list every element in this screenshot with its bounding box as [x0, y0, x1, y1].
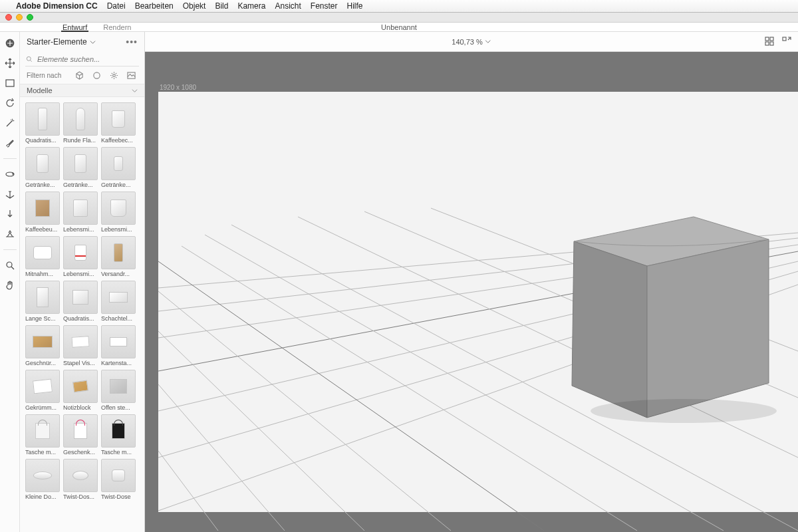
filter-images-icon[interactable] [126, 70, 136, 80]
filter-row: Filtern nach [20, 70, 144, 84]
tool-rail [0, 32, 20, 532]
svg-rect-9 [770, 37, 773, 41]
menu-ansicht[interactable]: Ansicht [275, 1, 301, 11]
close-icon[interactable] [5, 14, 12, 21]
asset-item-label: Twist-Dos... [63, 493, 98, 500]
panel-more-icon[interactable]: ••• [126, 37, 138, 47]
asset-item-label: Lebensmi... [63, 271, 98, 277]
svg-rect-8 [765, 37, 769, 41]
asset-item-label: Geschenk... [63, 449, 98, 456]
rotate-icon[interactable] [4, 97, 16, 109]
asset-item[interactable]: Lebensmi... [63, 192, 98, 233]
svg-line-27 [158, 451, 218, 531]
asset-item-label: Mitnahm... [25, 271, 60, 277]
tab-render[interactable]: Rendern [95, 23, 139, 31]
viewport[interactable]: 1920 x 1080 [145, 52, 798, 532]
brush-icon[interactable] [4, 137, 16, 149]
asset-item[interactable]: Kaffeebec... [101, 102, 136, 144]
asset-item[interactable]: Geschnür... [25, 325, 60, 366]
add-icon[interactable] [4, 37, 16, 49]
asset-item-label: Getränke... [63, 182, 98, 188]
section-label: Modelle [27, 86, 53, 94]
svg-point-34 [591, 399, 777, 423]
svg-line-25 [158, 331, 364, 531]
anchor-icon[interactable] [4, 188, 16, 200]
asset-item[interactable]: Schachtel... [101, 281, 136, 322]
view-expand-icon[interactable] [782, 37, 793, 47]
asset-grid: Quadratis...Runde Fla...Kaffeebec...Getr… [25, 102, 139, 500]
asset-item[interactable]: Notizblock [63, 370, 98, 411]
zoom-control[interactable]: 140,73 % [452, 38, 491, 46]
menu-fenster[interactable]: Fenster [311, 1, 338, 11]
wand-icon[interactable] [4, 117, 16, 129]
svg-line-24 [158, 291, 451, 531]
document-title: Unbenannt [381, 23, 417, 31]
scene-object-cube[interactable] [564, 211, 777, 424]
asset-item-label: Kaffeebec... [101, 137, 136, 144]
menu-hilfe[interactable]: Hilfe [347, 1, 363, 11]
asset-item[interactable]: Kleine Do... [25, 459, 60, 500]
menu-kamera[interactable]: Kamera [237, 1, 265, 11]
asset-item[interactable]: Tasche m... [101, 414, 136, 456]
asset-item[interactable]: Twist-Dos... [63, 459, 98, 500]
asset-item[interactable]: Versandr... [101, 236, 136, 277]
assets-panel-title[interactable]: Starter-Elemente [27, 37, 96, 47]
panel-title-label: Starter-Elemente [27, 37, 87, 47]
orbit-icon[interactable] [4, 168, 16, 180]
menu-bearbeiten[interactable]: Bearbeiten [135, 1, 174, 11]
menu-objekt[interactable]: Objekt [183, 1, 206, 11]
asset-item[interactable]: Mitnahm... [25, 236, 60, 277]
asset-item[interactable]: Offen ste... [101, 370, 136, 411]
svg-line-26 [158, 384, 285, 531]
asset-item-label: Kartensta... [101, 360, 136, 366]
window-titlebar [0, 13, 798, 23]
move-icon[interactable] [4, 57, 16, 69]
asset-item-label: Versandr... [101, 271, 136, 277]
asset-item-label: Getränke... [101, 182, 136, 188]
asset-item-label: Kleine Do... [25, 493, 60, 500]
section-models[interactable]: Modelle [20, 84, 144, 97]
asset-item[interactable]: Geschenk... [63, 414, 98, 456]
asset-item[interactable]: Kartensta... [101, 325, 136, 366]
asset-item[interactable]: Lange Sc... [25, 281, 60, 322]
asset-item[interactable]: Getränke... [63, 147, 98, 188]
asset-item[interactable]: Twist-Dose [101, 459, 136, 500]
filter-models-icon[interactable] [74, 70, 84, 80]
asset-item[interactable]: Lebensmi... [101, 192, 136, 233]
fullscreen-icon[interactable] [27, 14, 33, 21]
search-input[interactable] [37, 55, 139, 63]
assets-search[interactable] [25, 52, 139, 66]
asset-item[interactable]: Kaffeebeu... [25, 192, 60, 233]
tab-design[interactable]: Entwurf [55, 23, 95, 31]
zoom-value: 140,73 % [452, 38, 482, 46]
zoom-icon[interactable] [4, 259, 16, 271]
menu-datei[interactable]: Datei [107, 1, 126, 11]
asset-item[interactable]: Lebensmi... [63, 236, 98, 277]
asset-item[interactable]: Quadratis... [63, 281, 98, 322]
asset-item[interactable]: Getränke... [101, 147, 136, 188]
asset-item-label: Offen ste... [101, 404, 136, 411]
mac-menubar: Adobe Dimension CC Datei Bearbeiten Obje… [0, 0, 798, 13]
filter-lights-icon[interactable] [109, 70, 118, 80]
asset-item[interactable]: Stapel Vis... [63, 325, 98, 366]
drop-icon[interactable] [4, 208, 16, 220]
minimize-icon[interactable] [16, 14, 23, 21]
asset-item[interactable]: Getränke... [25, 147, 60, 188]
horizon-icon[interactable] [4, 228, 16, 240]
asset-item[interactable]: Runde Fla... [63, 102, 98, 144]
asset-item[interactable]: Quadratis... [25, 102, 60, 144]
hand-icon[interactable] [4, 279, 16, 291]
asset-item-label: Notizblock [63, 404, 98, 411]
asset-item-label: Lebensmi... [63, 226, 98, 233]
asset-item-label: Twist-Dose [101, 493, 136, 500]
asset-item[interactable]: Gekrümm... [25, 370, 60, 411]
svg-point-4 [27, 57, 31, 61]
assets-panel: Starter-Elemente ••• Filtern nach Modell… [20, 32, 145, 532]
view-grid-icon[interactable] [765, 37, 775, 47]
rect-icon[interactable] [4, 77, 16, 89]
svg-rect-11 [770, 42, 773, 45]
menu-bild[interactable]: Bild [215, 1, 228, 11]
app-name[interactable]: Adobe Dimension CC [16, 1, 98, 11]
filter-materials-icon[interactable] [92, 70, 101, 80]
asset-item[interactable]: Tasche m... [25, 414, 60, 456]
